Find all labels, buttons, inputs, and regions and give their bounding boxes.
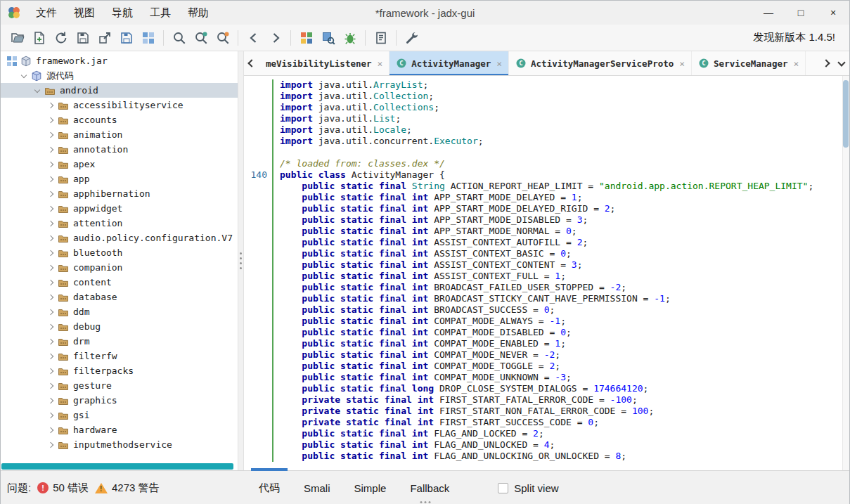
tree-row-animation[interactable]: animation [1,127,238,142]
code-line[interactable]: public static final int COMPAT_MODE_DISA… [244,327,849,338]
tree-chevron-icon[interactable] [45,100,56,111]
tree-row-apphibernation[interactable]: apphibernation [1,186,238,201]
open-file-button[interactable] [6,27,28,49]
split-view-checkbox[interactable] [498,483,508,493]
tree-row-annotation[interactable]: annotation [1,142,238,157]
debugger-button[interactable] [339,27,361,49]
code-editor[interactable]: import java.util.ArrayList;import java.u… [244,76,849,470]
tree-chevron-icon[interactable] [45,366,56,377]
tree-chevron-icon[interactable] [45,395,56,406]
tree-chevron-icon[interactable] [45,203,56,214]
tree-row-gsi[interactable]: gsi [1,408,238,422]
search-class-button[interactable] [190,27,212,49]
code-line[interactable]: public static final int ASSIST_CONTEXT_A… [244,237,849,248]
reload-button[interactable] [50,27,72,49]
tree-row-inputmethodservice[interactable]: inputmethodservice [1,437,238,452]
code-line[interactable]: public static final int APP_START_MODE_D… [244,192,849,203]
tree-row-hardware[interactable]: hardware [1,422,238,437]
tab-dropdown-icon[interactable] [834,51,849,75]
tree-row-graphics[interactable]: graphics [1,393,238,408]
code-line[interactable]: public static final int COMPAT_MODE_ALWA… [244,316,849,327]
tree-chevron-icon[interactable] [45,425,56,436]
code-line[interactable]: import java.util.List; [244,113,849,124]
editor-vertical-scrollbar[interactable] [842,76,849,470]
code-line[interactable]: public static final int COMPAT_MODE_ENAB… [244,338,849,349]
tree-chevron-icon[interactable] [45,188,56,200]
tree-row-bluetooth[interactable]: bluetooth [1,245,238,260]
code-line[interactable]: private static final int FIRST_START_NON… [244,406,849,417]
tree-chevron-icon[interactable] [45,336,56,347]
maximize-button[interactable]: □ [785,1,817,25]
tree-row-accessibilityservice[interactable]: accessibilityservice [1,98,238,112]
code-line[interactable] [244,147,849,158]
menu-view[interactable]: 视图 [65,2,103,24]
close-button[interactable]: × [817,1,849,25]
code-line[interactable]: /* loaded from: classes.dex */ [244,158,849,169]
export-button[interactable] [94,27,115,49]
view-tab-simple[interactable]: Simple [342,471,399,504]
tree-row-audio-policy-configuration-v7[interactable]: audio.policy.configuration.V7 [1,231,238,245]
tree-chevron-icon[interactable] [45,410,56,421]
code-line[interactable]: import java.util.Locale; [244,124,849,136]
tree-chevron-icon[interactable] [45,262,56,273]
add-files-button[interactable] [28,27,50,49]
code-line[interactable]: public static final int ASSIST_CONTEXT_B… [244,248,849,259]
tree-chevron-icon[interactable] [45,233,56,244]
inspect-button[interactable] [317,27,339,49]
tree-row-content[interactable]: content [1,275,238,290]
tree-row-source-code[interactable]: 源代码 [1,68,238,83]
search-text-button[interactable] [168,27,190,49]
tree-row-gesture[interactable]: gesture [1,378,238,393]
menu-help[interactable]: 帮助 [179,2,217,24]
code-line[interactable]: public static final int FLAG_AND_UNLOCKE… [244,439,849,451]
tab-close-icon[interactable]: × [496,58,502,69]
tree-chevron-icon[interactable] [45,292,56,303]
tree-chevron-icon[interactable] [45,247,56,259]
code-line[interactable]: public static final int FLAG_AND_UNLOCKI… [244,451,849,462]
code-line[interactable]: public static final int COMPAT_MODE_NEVE… [244,349,849,361]
tree-row-accounts[interactable]: accounts [1,112,238,127]
tree-row-apex[interactable]: apex [1,157,238,172]
code-line[interactable]: import java.util.concurrent.Executor; [244,136,849,147]
tree-chevron-icon[interactable] [45,174,56,185]
nav-back-button[interactable] [243,27,264,49]
tree-row-database[interactable]: database [1,290,238,304]
code-line[interactable]: public static final int APP_START_MODE_D… [244,203,849,214]
code-line[interactable]: public static final int BROADCAST_SUCCES… [244,304,849,316]
code-line[interactable]: private static final int FIRST_START_SUC… [244,417,849,428]
tree-row-debug[interactable]: debug [1,319,238,334]
tree-chevron-icon[interactable] [45,115,56,126]
tab-ActivityManager[interactable]: CActivityManager× [389,51,509,75]
tree-row-framework-jar[interactable]: framework.jar [1,53,238,68]
code-line[interactable]: public static final int ASSIST_CONTEXT_F… [244,271,849,282]
view-tab-smali[interactable]: Smali [292,471,342,504]
tab-ServiceManager[interactable]: CServiceManager× [692,51,806,75]
tree-chevron-icon[interactable] [32,85,43,96]
menu-tools[interactable]: 工具 [141,2,179,24]
tree-row-drm[interactable]: drm [1,334,238,349]
tree-chevron-icon[interactable] [45,218,56,229]
log-viewer-button[interactable] [370,27,392,49]
code-line[interactable]: public static final int COMPAT_MODE_TOGG… [244,361,849,372]
tree-chevron-icon[interactable] [45,159,56,170]
flat-packages-button[interactable] [137,27,159,49]
code-line[interactable]: 140public class ActivityManager { [244,169,849,181]
tree-row-filterpacks[interactable]: filterpacks [1,363,238,378]
menu-navigation[interactable]: 导航 [103,2,141,24]
tab-ActivityManagerServiceProto[interactable]: CActivityManagerServiceProto× [509,51,692,75]
tab-close-icon[interactable]: × [378,58,383,69]
tab-meVisibilityListener[interactable]: meVisibilityListener× [259,51,389,75]
preferences-button[interactable] [401,27,423,49]
view-tab-fallback[interactable]: Fallback [398,471,461,504]
code-line[interactable]: import java.util.ArrayList; [244,79,849,91]
update-notice-link[interactable]: 发现新版本 1.4.5! [753,31,844,44]
code-line[interactable]: public static final int APP_START_MODE_D… [244,214,849,226]
tree-chevron-icon[interactable] [45,351,56,362]
code-line[interactable]: public static final long DROP_CLOSE_SYST… [244,383,849,394]
tree-row-ddm[interactable]: ddm [1,304,238,319]
tree-row-appwidget[interactable]: appwidget [1,201,238,216]
tree-row-attention[interactable]: attention [1,216,238,231]
code-line[interactable]: public static final int COMPAT_MODE_UNKN… [244,372,849,383]
view-tab-code[interactable]: 代码 [247,471,292,504]
code-line[interactable]: import java.util.Collections; [244,102,849,113]
